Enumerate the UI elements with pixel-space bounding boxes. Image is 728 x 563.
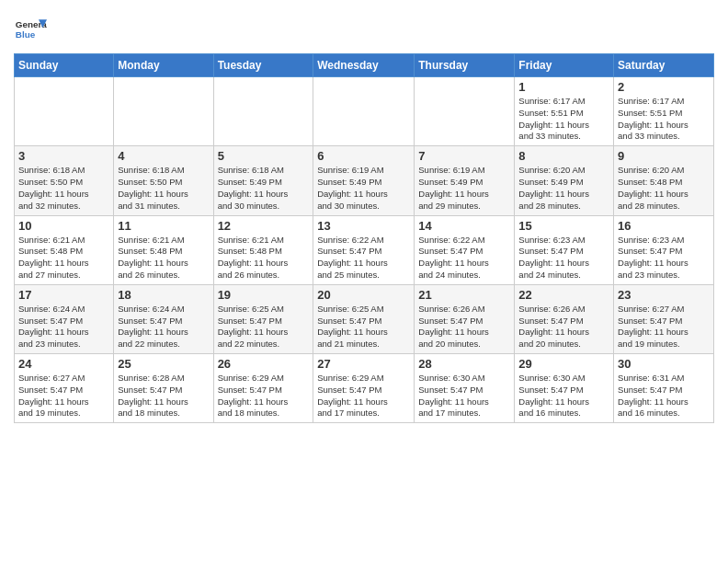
day-info: Sunrise: 6:27 AM Sunset: 5:47 PM Dayligh… xyxy=(618,304,710,350)
day-info: Sunrise: 6:17 AM Sunset: 5:51 PM Dayligh… xyxy=(518,96,609,143)
weekday-header-tuesday: Tuesday xyxy=(213,54,313,77)
day-number: 27 xyxy=(317,357,410,371)
day-info: Sunrise: 6:27 AM Sunset: 5:47 PM Dayligh… xyxy=(18,373,109,419)
day-number: 16 xyxy=(618,219,710,233)
day-number: 8 xyxy=(518,149,609,163)
calendar-cell: 28Sunrise: 6:30 AM Sunset: 5:47 PM Dayli… xyxy=(415,354,515,423)
calendar-cell: 12Sunrise: 6:21 AM Sunset: 5:48 PM Dayli… xyxy=(213,215,313,284)
day-number: 23 xyxy=(618,288,710,302)
calendar-cell: 3Sunrise: 6:18 AM Sunset: 5:50 PM Daylig… xyxy=(15,146,114,215)
day-number: 10 xyxy=(18,219,109,233)
calendar-cell: 20Sunrise: 6:25 AM Sunset: 5:47 PM Dayli… xyxy=(313,284,415,353)
day-number: 22 xyxy=(518,288,609,302)
day-info: Sunrise: 6:22 AM Sunset: 5:47 PM Dayligh… xyxy=(317,235,410,282)
day-number: 11 xyxy=(118,219,209,233)
day-number: 15 xyxy=(518,219,609,233)
day-info: Sunrise: 6:18 AM Sunset: 5:50 PM Dayligh… xyxy=(18,165,109,212)
calendar-cell: 16Sunrise: 6:23 AM Sunset: 5:47 PM Dayli… xyxy=(614,215,714,284)
day-info: Sunrise: 6:21 AM Sunset: 5:48 PM Dayligh… xyxy=(118,235,209,282)
day-number: 18 xyxy=(118,288,209,302)
calendar-cell: 30Sunrise: 6:31 AM Sunset: 5:47 PM Dayli… xyxy=(614,354,714,423)
calendar-cell: 18Sunrise: 6:24 AM Sunset: 5:47 PM Dayli… xyxy=(114,284,213,353)
calendar-cell: 14Sunrise: 6:22 AM Sunset: 5:47 PM Dayli… xyxy=(415,215,515,284)
day-info: Sunrise: 6:21 AM Sunset: 5:48 PM Dayligh… xyxy=(18,235,109,282)
calendar-cell: 5Sunrise: 6:18 AM Sunset: 5:49 PM Daylig… xyxy=(213,146,313,215)
day-info: Sunrise: 6:28 AM Sunset: 5:47 PM Dayligh… xyxy=(118,373,209,419)
calendar-cell xyxy=(313,77,415,146)
calendar-week-3: 10Sunrise: 6:21 AM Sunset: 5:48 PM Dayli… xyxy=(15,215,714,284)
day-info: Sunrise: 6:25 AM Sunset: 5:47 PM Dayligh… xyxy=(317,304,410,350)
day-number: 12 xyxy=(218,219,310,233)
calendar-cell xyxy=(15,77,114,146)
day-number: 29 xyxy=(518,357,609,371)
weekday-header-wednesday: Wednesday xyxy=(313,54,415,77)
calendar-page: General Blue SundayMondayTuesdayWednesda… xyxy=(0,0,728,432)
day-info: Sunrise: 6:24 AM Sunset: 5:47 PM Dayligh… xyxy=(118,304,209,350)
calendar-table: SundayMondayTuesdayWednesdayThursdayFrid… xyxy=(14,53,714,423)
calendar-cell: 2Sunrise: 6:17 AM Sunset: 5:51 PM Daylig… xyxy=(614,77,714,146)
weekday-header-thursday: Thursday xyxy=(415,54,515,77)
day-info: Sunrise: 6:30 AM Sunset: 5:47 PM Dayligh… xyxy=(518,373,609,419)
calendar-week-2: 3Sunrise: 6:18 AM Sunset: 5:50 PM Daylig… xyxy=(15,146,714,215)
calendar-cell: 24Sunrise: 6:27 AM Sunset: 5:47 PM Dayli… xyxy=(15,354,114,423)
calendar-cell: 10Sunrise: 6:21 AM Sunset: 5:48 PM Dayli… xyxy=(15,215,114,284)
day-info: Sunrise: 6:26 AM Sunset: 5:47 PM Dayligh… xyxy=(518,304,609,350)
day-number: 20 xyxy=(317,288,410,302)
calendar-week-1: 1Sunrise: 6:17 AM Sunset: 5:51 PM Daylig… xyxy=(15,77,714,146)
day-number: 1 xyxy=(518,80,609,94)
day-info: Sunrise: 6:29 AM Sunset: 5:47 PM Dayligh… xyxy=(218,373,310,419)
header: General Blue xyxy=(14,9,714,46)
calendar-cell: 19Sunrise: 6:25 AM Sunset: 5:47 PM Dayli… xyxy=(213,284,313,353)
day-number: 6 xyxy=(317,149,410,163)
svg-text:Blue: Blue xyxy=(16,29,36,40)
day-number: 3 xyxy=(18,149,109,163)
day-info: Sunrise: 6:22 AM Sunset: 5:47 PM Dayligh… xyxy=(418,235,510,282)
calendar-cell: 27Sunrise: 6:29 AM Sunset: 5:47 PM Dayli… xyxy=(313,354,415,423)
day-number: 17 xyxy=(18,288,109,302)
calendar-cell xyxy=(213,77,313,146)
calendar-cell: 17Sunrise: 6:24 AM Sunset: 5:47 PM Dayli… xyxy=(15,284,114,353)
calendar-cell: 11Sunrise: 6:21 AM Sunset: 5:48 PM Dayli… xyxy=(114,215,213,284)
calendar-cell: 4Sunrise: 6:18 AM Sunset: 5:50 PM Daylig… xyxy=(114,146,213,215)
calendar-header-row: SundayMondayTuesdayWednesdayThursdayFrid… xyxy=(15,54,714,77)
day-info: Sunrise: 6:17 AM Sunset: 5:51 PM Dayligh… xyxy=(618,96,710,143)
day-info: Sunrise: 6:30 AM Sunset: 5:47 PM Dayligh… xyxy=(418,373,510,419)
day-number: 2 xyxy=(618,80,710,94)
day-info: Sunrise: 6:20 AM Sunset: 5:49 PM Dayligh… xyxy=(518,165,609,212)
calendar-week-4: 17Sunrise: 6:24 AM Sunset: 5:47 PM Dayli… xyxy=(15,284,714,353)
day-number: 30 xyxy=(618,357,710,371)
day-info: Sunrise: 6:23 AM Sunset: 5:47 PM Dayligh… xyxy=(618,235,710,282)
day-info: Sunrise: 6:23 AM Sunset: 5:47 PM Dayligh… xyxy=(518,235,609,282)
day-number: 13 xyxy=(317,219,410,233)
calendar-cell: 23Sunrise: 6:27 AM Sunset: 5:47 PM Dayli… xyxy=(614,284,714,353)
day-number: 5 xyxy=(218,149,310,163)
calendar-cell: 13Sunrise: 6:22 AM Sunset: 5:47 PM Dayli… xyxy=(313,215,415,284)
calendar-week-5: 24Sunrise: 6:27 AM Sunset: 5:47 PM Dayli… xyxy=(15,354,714,423)
day-info: Sunrise: 6:26 AM Sunset: 5:47 PM Dayligh… xyxy=(418,304,510,350)
calendar-cell: 26Sunrise: 6:29 AM Sunset: 5:47 PM Dayli… xyxy=(213,354,313,423)
calendar-cell: 7Sunrise: 6:19 AM Sunset: 5:49 PM Daylig… xyxy=(415,146,515,215)
calendar-cell xyxy=(415,77,515,146)
day-info: Sunrise: 6:31 AM Sunset: 5:47 PM Dayligh… xyxy=(618,373,710,419)
calendar-cell: 22Sunrise: 6:26 AM Sunset: 5:47 PM Dayli… xyxy=(515,284,614,353)
day-info: Sunrise: 6:25 AM Sunset: 5:47 PM Dayligh… xyxy=(218,304,310,350)
calendar-cell: 1Sunrise: 6:17 AM Sunset: 5:51 PM Daylig… xyxy=(515,77,614,146)
logo: General Blue xyxy=(14,9,51,46)
weekday-header-monday: Monday xyxy=(114,54,213,77)
weekday-header-saturday: Saturday xyxy=(614,54,714,77)
day-info: Sunrise: 6:18 AM Sunset: 5:50 PM Dayligh… xyxy=(118,165,209,212)
day-number: 14 xyxy=(418,219,510,233)
day-info: Sunrise: 6:29 AM Sunset: 5:47 PM Dayligh… xyxy=(317,373,410,419)
calendar-cell: 9Sunrise: 6:20 AM Sunset: 5:48 PM Daylig… xyxy=(614,146,714,215)
calendar-cell: 29Sunrise: 6:30 AM Sunset: 5:47 PM Dayli… xyxy=(515,354,614,423)
day-info: Sunrise: 6:24 AM Sunset: 5:47 PM Dayligh… xyxy=(18,304,109,350)
weekday-header-friday: Friday xyxy=(515,54,614,77)
calendar-cell: 25Sunrise: 6:28 AM Sunset: 5:47 PM Dayli… xyxy=(114,354,213,423)
day-number: 26 xyxy=(218,357,310,371)
calendar-cell: 8Sunrise: 6:20 AM Sunset: 5:49 PM Daylig… xyxy=(515,146,614,215)
day-info: Sunrise: 6:18 AM Sunset: 5:49 PM Dayligh… xyxy=(218,165,310,212)
calendar-cell: 21Sunrise: 6:26 AM Sunset: 5:47 PM Dayli… xyxy=(415,284,515,353)
day-number: 7 xyxy=(418,149,510,163)
weekday-header-sunday: Sunday xyxy=(15,54,114,77)
day-info: Sunrise: 6:21 AM Sunset: 5:48 PM Dayligh… xyxy=(218,235,310,282)
